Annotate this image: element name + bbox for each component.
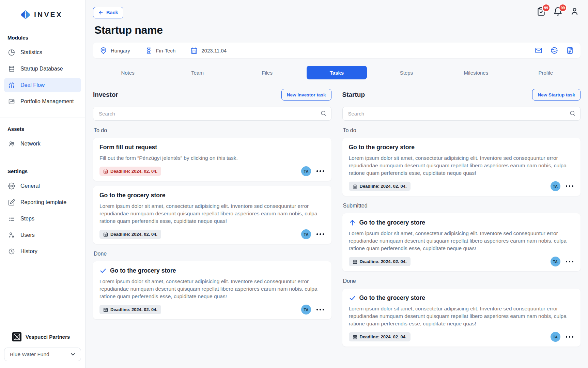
task-title-row: Go to the grocery store (99, 267, 325, 274)
profile-button[interactable] (570, 7, 579, 16)
tab-milestones[interactable]: Milestones (446, 66, 506, 79)
sidebar-item-statistics[interactable]: Statistics (4, 45, 81, 60)
task-card[interactable]: Go to the grocery store Lorem ipsum dolo… (342, 138, 581, 196)
group-label: To do (94, 127, 331, 134)
globe-icon[interactable] (551, 47, 558, 54)
edit-document-icon (8, 199, 15, 206)
user-gear-icon (8, 232, 15, 239)
task-card[interactable]: Go to the grocery store Lorem ipsum dolo… (342, 213, 581, 271)
calendar-icon (353, 184, 357, 189)
avatar: TA (301, 166, 311, 176)
sidebar-item-history[interactable]: History (4, 244, 81, 259)
new-startup-task-button[interactable]: New Startup task (532, 89, 581, 101)
avatar: TA (301, 305, 311, 315)
search-wrap (93, 107, 331, 121)
task-menu-button[interactable] (316, 169, 325, 173)
tab-tasks[interactable]: Tasks (307, 66, 367, 79)
task-title: Go to the grocery store (110, 267, 176, 274)
sidebar-item-deal-flow[interactable]: Deal Flow (4, 78, 81, 92)
investor-search-input[interactable] (93, 107, 331, 121)
database-icon (8, 65, 15, 72)
fund-select-value: Blue Water Fund (10, 351, 49, 357)
footer-right: TA (551, 181, 574, 191)
tab-team[interactable]: Team (167, 66, 227, 79)
sidebar-item-general[interactable]: General (4, 179, 81, 193)
task-description: Lorem ipsum dolor sit amet, consectetur … (349, 154, 574, 177)
tab-files[interactable]: Files (237, 66, 297, 79)
task-menu-button[interactable] (316, 232, 325, 236)
tab-notes[interactable]: Notes (98, 66, 158, 79)
task-menu-button[interactable] (316, 307, 325, 312)
task-description: Fill out the form “Pénzügyi jelentés” by… (99, 154, 325, 162)
group-label: To do (343, 127, 581, 134)
task-menu-button[interactable] (565, 259, 574, 264)
calendar-icon (190, 47, 198, 54)
top-row: Back 99 99 (93, 7, 581, 18)
search-wrap (342, 107, 581, 121)
gear-icon (8, 183, 15, 189)
group-label: Done (94, 251, 331, 257)
task-menu-button[interactable] (565, 184, 574, 188)
task-title: Go to the grocery store (99, 192, 166, 199)
meta-country: Hungary (100, 47, 130, 54)
sidebar-item-label: Deal Flow (20, 82, 45, 88)
organization: Vespucci Partners (4, 332, 81, 348)
line-chart-icon (8, 98, 15, 105)
sidebar-item-startup-database[interactable]: Startup Database (4, 62, 81, 76)
bar-chart-icon (8, 82, 15, 89)
column-header: Startup New Startup task (342, 88, 581, 101)
meta-bar: Hungary Fin-Tech 2023.11.04 (93, 43, 581, 58)
sidebar-item-portfolio-management[interactable]: Portfolio Management (4, 94, 81, 109)
date-label: 2023.11.04 (201, 48, 227, 53)
report-document-icon[interactable] (566, 47, 574, 54)
tab-profile[interactable]: Profile (516, 66, 576, 79)
deadline-badge: Deadline: 2024. 02. 04. (349, 332, 411, 341)
sidebar-item-users[interactable]: Users (4, 228, 81, 242)
sidebar-item-steps[interactable]: Steps (4, 212, 81, 226)
sidebar-section-label: Settings (4, 166, 81, 179)
calendar-icon (353, 335, 357, 339)
task-menu-button[interactable] (565, 335, 574, 339)
sidebar-item-label: History (20, 248, 37, 255)
task-title: Go to the grocery store (349, 144, 415, 151)
avatar: TA (551, 332, 560, 342)
sidebar-item-label: Users (20, 232, 35, 238)
notifications-button[interactable]: 99 (553, 7, 562, 16)
search-icon (320, 110, 327, 117)
check-icon (99, 267, 107, 274)
mail-icon[interactable] (535, 47, 542, 54)
column-investor: Investor New Investor task To do Form fi… (93, 88, 331, 352)
calendar-icon (103, 232, 108, 237)
footer-right: TA (551, 332, 574, 342)
task-card[interactable]: Go to the grocery store Lorem ipsum dolo… (93, 186, 331, 244)
app: INVEX Modules Statistics Startup Databas… (0, 0, 588, 368)
fund-select[interactable]: Blue Water Fund (4, 348, 81, 361)
column-title: Investor (93, 91, 118, 98)
org-logo (12, 332, 21, 341)
deadline-text: Deadline: 2024. 02. 04. (110, 169, 157, 174)
task-card[interactable]: Go to the grocery store Lorem ipsum dolo… (342, 289, 581, 347)
meta-actions (535, 47, 574, 54)
sidebar-divider (0, 160, 85, 160)
clock-icon (8, 248, 15, 255)
arrow-up-icon (349, 219, 356, 226)
new-investor-task-button[interactable]: New Investor task (281, 89, 331, 101)
sidebar-section-label: Assets (4, 123, 81, 137)
sidebar-item-network[interactable]: Network (4, 137, 81, 151)
tab-steps[interactable]: Steps (376, 66, 436, 79)
sidebar-item-label: Reporting template (20, 199, 66, 205)
back-arrow-icon (98, 10, 104, 15)
deadline-badge: Deadline: 2024. 02. 04. (349, 257, 411, 266)
deadline-text: Deadline: 2024. 02. 04. (110, 232, 157, 237)
task-card[interactable]: Form fill out request Fill out the form … (93, 138, 331, 181)
task-card[interactable]: Go to the grocery store Lorem ipsum dolo… (93, 261, 331, 319)
invex-logo-icon (20, 10, 31, 20)
startup-search-input[interactable] (342, 107, 581, 121)
tasks-inbox-button[interactable]: 99 (537, 7, 546, 16)
task-description: Lorem ipsum dolor sit amet, consectetur … (99, 202, 325, 225)
tabs: Notes Team Files Tasks Steps Milestones … (93, 66, 581, 79)
location-pin-icon (100, 47, 107, 54)
column-title: Startup (342, 91, 365, 98)
sidebar-item-reporting-template[interactable]: Reporting template (4, 195, 81, 210)
back-button[interactable]: Back (93, 7, 123, 18)
